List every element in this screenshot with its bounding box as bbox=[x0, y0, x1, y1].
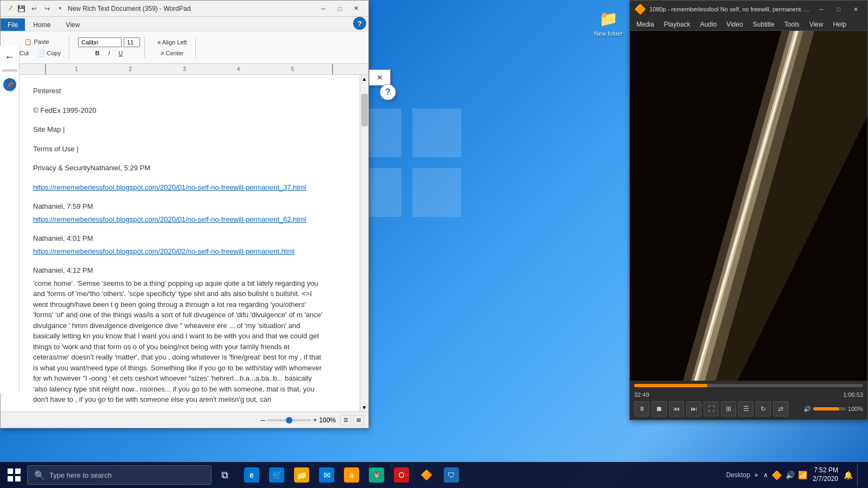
taskbar-opera-btn[interactable]: O bbox=[390, 463, 413, 487]
vlc-menu-playback[interactable]: Playback bbox=[660, 20, 695, 29]
vlc-btn-row: ⏸ ⏹ ⏮ ⏭ ⛶ ⊞ ☰ ↻ ⇄ 🔊 bbox=[634, 401, 863, 416]
vlc-menu-view[interactable]: View bbox=[805, 20, 828, 29]
doc-link-1[interactable]: https://rememeberlessfool.blogspot.com/2… bbox=[33, 182, 327, 193]
taskbar-clock[interactable]: 7:52 PM 2/7/2020 bbox=[809, 466, 841, 483]
vlc-window-controls: ─ □ ✕ bbox=[814, 4, 864, 15]
vlc-progress-bar[interactable] bbox=[634, 384, 863, 387]
font-family-input[interactable] bbox=[78, 37, 122, 47]
video-svg bbox=[630, 31, 867, 381]
scrollbar-thumb[interactable] bbox=[361, 94, 368, 126]
vlc-minimize-btn[interactable]: ─ bbox=[814, 4, 829, 15]
network-icon[interactable]: 📶 bbox=[798, 471, 807, 479]
vlc-maximize-btn[interactable]: □ bbox=[831, 4, 846, 15]
nav-help-btn[interactable]: ? bbox=[380, 84, 396, 100]
dialog-close-btn[interactable]: ✕ bbox=[376, 73, 383, 82]
paste-btn[interactable]: 📋 Paste bbox=[21, 37, 53, 47]
zoom-slider[interactable] bbox=[267, 419, 311, 421]
italic-btn[interactable]: I bbox=[104, 48, 113, 58]
vlc-tray-icon[interactable]: 🔶 bbox=[771, 470, 782, 480]
taskbar-explorer-btn[interactable]: 📁 bbox=[290, 463, 314, 487]
new-folder-icon[interactable]: 📁 New folder bbox=[592, 5, 625, 39]
ribbon-group-font: B I U bbox=[74, 37, 145, 58]
vlc-menu-subtitle[interactable]: Subtitle bbox=[749, 20, 779, 29]
vlc-prev-btn[interactable]: ⏮ bbox=[669, 401, 684, 416]
notification-icon[interactable]: 🔔 bbox=[844, 471, 853, 479]
vlc-extended-btn[interactable]: ⊞ bbox=[721, 401, 736, 416]
font-size-input[interactable] bbox=[124, 37, 140, 47]
vlc-loop-btn[interactable]: ↻ bbox=[756, 401, 771, 416]
taskbar-store-btn[interactable]: 🛒 bbox=[265, 463, 289, 487]
customize-qat-btn[interactable]: ▼ bbox=[55, 3, 66, 14]
doc-link-3[interactable]: https://rememeberlessfool.blogspot.com/2… bbox=[33, 246, 327, 257]
maximize-btn[interactable]: □ bbox=[331, 3, 348, 14]
taskbar-mail-btn[interactable]: ✉ bbox=[315, 463, 339, 487]
speaker-icon[interactable]: 🔊 bbox=[786, 471, 795, 479]
doc-line-privacy: Privacy & SecurityNathaniel, 5:29 PM bbox=[33, 163, 327, 174]
vlc-close-btn[interactable]: ✕ bbox=[848, 4, 864, 15]
tab-view[interactable]: View bbox=[59, 18, 87, 31]
zoom-out-btn[interactable]: ─ bbox=[261, 416, 266, 424]
mail-icon: ✉ bbox=[319, 467, 334, 483]
vlc-menu-audio[interactable]: Audio bbox=[695, 20, 721, 29]
sidebar-back-btn[interactable]: ← bbox=[5, 52, 15, 63]
bold-btn[interactable]: B bbox=[91, 48, 103, 58]
vlc-volume-bar[interactable] bbox=[813, 407, 846, 410]
systray-expand-btn[interactable]: ∧ bbox=[763, 471, 768, 479]
zoom-control: ─ + 100% bbox=[261, 416, 336, 424]
tab-file[interactable]: File bbox=[1, 18, 25, 31]
doc-link-2[interactable]: https://rememeberlessfool.blogspot.com/2… bbox=[33, 214, 327, 225]
close-btn[interactable]: ✕ bbox=[348, 3, 364, 14]
vlc-pause-btn[interactable]: ⏸ bbox=[634, 401, 649, 416]
taskbar-edge-btn[interactable]: e bbox=[240, 463, 264, 487]
vlc-menu-help[interactable]: Help bbox=[828, 20, 851, 29]
vlc-menu-video[interactable]: Video bbox=[722, 20, 747, 29]
tab-home[interactable]: Home bbox=[26, 18, 58, 31]
zoom-in-btn[interactable]: + bbox=[313, 416, 317, 424]
scroll-down-btn[interactable]: ▼ bbox=[360, 403, 368, 412]
underline-btn[interactable]: U bbox=[114, 48, 126, 58]
taskbar-right: Desktop » ∧ 🔶 🔊 📶 7:52 PM 2/7/2020 🔔 bbox=[726, 463, 866, 487]
vlc-next-btn[interactable]: ⏭ bbox=[686, 401, 701, 416]
scroll-up-btn[interactable]: ▲ bbox=[360, 75, 368, 83]
taskbar-vlc-btn[interactable]: 🔶 bbox=[414, 463, 438, 487]
pin-icon: 📌 bbox=[7, 82, 13, 88]
copy-btn[interactable]: 📄 Copy bbox=[34, 48, 65, 59]
wordpad-document-area: Pinterest © FedEx 1995-2020 Site Map | T… bbox=[1, 75, 368, 412]
wordpad-content[interactable]: Pinterest © FedEx 1995-2020 Site Map | T… bbox=[1, 75, 360, 412]
vlc-video-area[interactable] bbox=[630, 31, 867, 381]
wordpad-scrollbar[interactable]: ▲ ▼ bbox=[360, 75, 368, 412]
search-placeholder-text: Type here to search bbox=[49, 471, 112, 479]
align-center-btn[interactable]: ≡ Center bbox=[157, 48, 188, 58]
opera-icon: O bbox=[394, 467, 409, 483]
taskbar-tripadvisor-btn[interactable]: 🦉 bbox=[365, 463, 388, 487]
taskbar-security-btn[interactable]: 🛡 bbox=[439, 463, 463, 487]
svg-rect-12 bbox=[8, 476, 13, 481]
save-qat-btn[interactable]: 💾 bbox=[16, 3, 27, 14]
chevron-right-icon: » bbox=[755, 471, 758, 479]
show-desktop-btn[interactable] bbox=[857, 463, 861, 487]
wordpad-titlebar-left: 📝 💾 ↩ ↪ ▼ New Rich Text Document (359) -… bbox=[5, 3, 190, 14]
help-btn[interactable]: ? bbox=[353, 17, 366, 30]
taskbar-search-bar[interactable]: 🔍 Type here to search bbox=[27, 465, 212, 485]
task-view-btn[interactable]: ⧉ bbox=[213, 463, 237, 487]
svg-rect-10 bbox=[8, 468, 13, 474]
vlc-menu-media[interactable]: Media bbox=[632, 20, 659, 29]
sidebar-pin-btn[interactable]: 📌 bbox=[3, 78, 16, 91]
undo-qat-btn[interactable]: ↩ bbox=[29, 3, 40, 14]
vlc-menu-tools[interactable]: Tools bbox=[780, 20, 804, 29]
align-left-btn[interactable]: ≡ Align Left bbox=[154, 37, 191, 47]
task-view-icon: ⧉ bbox=[217, 467, 232, 483]
view-btn-1[interactable]: ☰ bbox=[340, 415, 351, 426]
new-folder-label: New folder bbox=[594, 30, 623, 37]
vlc-stop-btn[interactable]: ⏹ bbox=[652, 401, 667, 416]
vlc-volume-level: 100% bbox=[848, 406, 863, 412]
vlc-playlist-btn[interactable]: ☰ bbox=[738, 401, 754, 416]
vlc-fullscreen-btn[interactable]: ⛶ bbox=[704, 401, 719, 416]
start-button[interactable] bbox=[2, 463, 26, 487]
vlc-menubar: Media Playback Audio Video Subtitle Tool… bbox=[630, 18, 867, 31]
vlc-random-btn[interactable]: ⇄ bbox=[773, 401, 788, 416]
taskbar-amazon-btn[interactable]: a bbox=[340, 463, 363, 487]
view-btn-2[interactable]: ⊞ bbox=[353, 415, 364, 426]
minimize-btn[interactable]: ─ bbox=[315, 3, 331, 14]
redo-qat-btn[interactable]: ↪ bbox=[42, 3, 53, 14]
